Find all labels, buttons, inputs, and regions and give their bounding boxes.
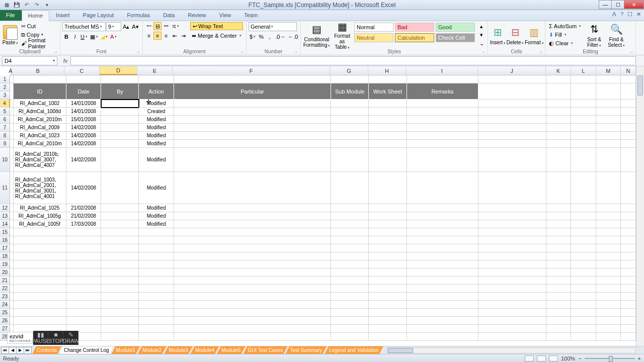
fx-icon[interactable]: fx	[60, 58, 70, 64]
normal-view-icon[interactable]	[525, 355, 534, 361]
orientation-icon[interactable]: ⤭	[171, 22, 180, 30]
row-header-22[interactable]: 22	[0, 285, 10, 293]
doc-restore-icon[interactable]: ☐	[627, 11, 632, 18]
col-header-N[interactable]: N	[621, 66, 636, 75]
merge-center-button[interactable]: ⬌Merge & Center	[190, 32, 243, 40]
conditional-formatting-button[interactable]: ▤Conditional Formatting	[303, 22, 331, 48]
zoom-in-icon[interactable]: +	[638, 355, 641, 361]
align-right-icon[interactable]: ≡	[162, 32, 170, 40]
row-header-16[interactable]: 16	[0, 236, 10, 244]
style-good[interactable]: Good	[436, 23, 475, 32]
autosum-button[interactable]: ΣAutoSum	[547, 22, 583, 30]
row-header-18[interactable]: 18	[0, 252, 10, 260]
sheet-tab-legend-and-validation[interactable]: Legend and Validation	[325, 346, 383, 354]
horizontal-scrollbar[interactable]	[387, 347, 636, 353]
row-header-12[interactable]: 12	[0, 204, 10, 212]
align-middle-icon[interactable]: ⊟	[153, 22, 162, 30]
cut-button[interactable]: ✂Cut	[20, 22, 58, 30]
redo-icon[interactable]: ↷	[32, 1, 41, 9]
qat-more-icon[interactable]: ▾	[42, 1, 51, 9]
paste-button[interactable]: Paste	[2, 22, 19, 48]
row-header-15[interactable]: 15	[0, 228, 10, 236]
sheet-tab-module3[interactable]: Module3	[164, 346, 192, 354]
sheet-tab-module4[interactable]: Module4	[191, 346, 219, 354]
vertical-scrollbar[interactable]	[636, 66, 644, 346]
tab-team[interactable]: Team	[237, 10, 264, 21]
row-header-10[interactable]: 10	[0, 148, 10, 172]
align-bottom-icon[interactable]: ⬵	[162, 22, 170, 30]
page-break-view-icon[interactable]	[549, 355, 558, 361]
minimize-button[interactable]: —	[599, 0, 612, 9]
fill-color-button[interactable]: ◢	[100, 33, 109, 41]
col-header-E[interactable]: E	[137, 66, 173, 75]
row-header-5[interactable]: 5	[0, 108, 10, 116]
row-header-13[interactable]: 13	[0, 212, 10, 220]
style-calculation[interactable]: Calculation	[395, 33, 434, 42]
wrap-text-button[interactable]: ↩Wrap Text	[190, 22, 243, 30]
font-color-button[interactable]: A	[109, 33, 118, 41]
sort-filter-button[interactable]: ⇅Sort & Filter	[584, 22, 605, 48]
sheet-next-icon[interactable]: ▶	[16, 347, 24, 354]
recorder-stop-button[interactable]: ■STOP	[48, 331, 63, 345]
col-header-M[interactable]: M	[596, 66, 621, 75]
col-header-G[interactable]: G	[330, 66, 368, 75]
row-header-24[interactable]: 24	[0, 301, 10, 309]
insert-cells-button[interactable]: ⊞Insert	[490, 22, 506, 48]
align-left-icon[interactable]: ≡	[145, 32, 153, 40]
excel-icon[interactable]: ▦	[2, 1, 11, 9]
italic-button[interactable]: I	[71, 33, 79, 41]
grow-font-icon[interactable]: A▴	[122, 23, 130, 31]
styles-more-icon[interactable]: ⌄	[477, 39, 486, 47]
recorder-draw-button[interactable]: ✎DRAW	[63, 331, 78, 345]
comma-icon[interactable]: ,	[266, 33, 274, 41]
tab-page-layout[interactable]: Page Layout	[76, 10, 121, 21]
sheet-tab-module2[interactable]: Module2	[138, 346, 166, 354]
sheet-last-icon[interactable]: ⏭	[24, 347, 32, 354]
row-header-25[interactable]: 25	[0, 309, 10, 317]
find-select-button[interactable]: 🔍Find & Select	[606, 22, 627, 48]
col-header-F[interactable]: F	[173, 66, 331, 75]
row-header-9[interactable]: 9	[0, 140, 10, 148]
tab-file[interactable]: File	[0, 10, 22, 21]
worksheet-grid[interactable]: IDDateByActionParticularSub ModuleWork S…	[10, 75, 636, 346]
help-icon[interactable]: ?	[620, 11, 623, 18]
number-format-combo[interactable]: General	[249, 22, 297, 31]
sheet-tab-gui-test-cases[interactable]: GUI Test Cases	[243, 346, 287, 354]
save-icon[interactable]: 💾	[12, 1, 21, 9]
col-header-C[interactable]: C	[64, 66, 100, 75]
style-check-cell[interactable]: Check Cell	[436, 33, 475, 42]
font-name-combo[interactable]: Trebuchet MS	[62, 22, 106, 31]
col-header-I[interactable]: I	[406, 66, 478, 75]
format-cells-button[interactable]: ▥Format	[525, 22, 544, 48]
tab-home[interactable]: Home	[22, 10, 49, 21]
row-header-20[interactable]: 20	[0, 268, 10, 277]
format-painter-button[interactable]: 🖌Format Painter	[20, 39, 58, 47]
clear-button[interactable]: ◐Clear	[547, 39, 583, 47]
close-button[interactable]: ✕	[624, 0, 644, 9]
delete-cells-button[interactable]: ⊟Delete	[507, 22, 524, 48]
undo-icon[interactable]: ↶	[22, 1, 31, 9]
row-header-4[interactable]: 4	[0, 100, 10, 108]
bold-button[interactable]: B	[62, 33, 70, 41]
zoom-level[interactable]: 100%	[561, 355, 575, 361]
row-header-11[interactable]: 11	[0, 172, 10, 204]
zoom-slider[interactable]	[585, 358, 635, 359]
style-neutral[interactable]: Neutral	[354, 33, 393, 42]
percent-icon[interactable]: %	[257, 33, 265, 41]
maximize-button[interactable]: ☐	[611, 0, 624, 9]
font-size-combo[interactable]: 9	[106, 22, 121, 31]
border-button[interactable]: ▦	[89, 33, 99, 41]
col-header-H[interactable]: H	[368, 66, 406, 75]
minimize-ribbon-icon[interactable]: ᐱ	[612, 11, 616, 18]
align-top-icon[interactable]: ⬴	[145, 22, 153, 30]
decrease-indent-icon[interactable]: ⇤	[171, 32, 179, 40]
styles-up-icon[interactable]: ▴	[477, 22, 486, 30]
sheet-tab-test-summary[interactable]: Test Summary	[285, 346, 327, 354]
styles-down-icon[interactable]: ▾	[477, 31, 486, 39]
align-center-icon[interactable]: ≡	[153, 32, 162, 40]
zoom-out-icon[interactable]: −	[578, 355, 581, 361]
scroll-thumb[interactable]	[637, 75, 643, 96]
col-header-J[interactable]: J	[478, 66, 546, 75]
row-header-8[interactable]: 8	[0, 132, 10, 140]
sheet-tab-module1[interactable]: Module1	[112, 346, 140, 354]
